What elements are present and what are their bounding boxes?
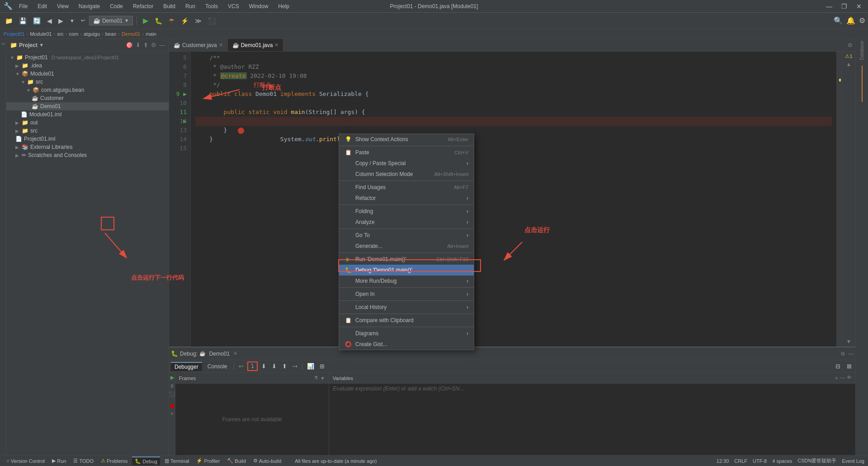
debug-resume-icon[interactable]: ▶ (170, 375, 174, 380)
search-everywhere-icon[interactable]: 🔍 (834, 16, 843, 25)
scroll-up-button[interactable]: ▲ (846, 61, 852, 67)
tree-item-src2[interactable]: ▶ 📁 src (6, 127, 169, 135)
add-watch-icon[interactable]: + (835, 375, 838, 381)
rerun-button[interactable]: ↩ (237, 362, 245, 371)
titlebar-menu-run[interactable]: Run (182, 2, 199, 10)
run-button[interactable]: ▶ (141, 15, 151, 26)
tree-item-customer[interactable]: ☕ Customer (6, 94, 169, 102)
hide-panel-icon[interactable]: — (159, 42, 165, 48)
customer-tab-close[interactable]: ✕ (219, 42, 223, 48)
titlebar-menu-view[interactable]: View (53, 2, 72, 10)
run-to-cursor-button[interactable]: ⤏ (291, 362, 299, 371)
console-tab[interactable]: Console (204, 362, 231, 371)
more-actions-button[interactable]: ≫ (193, 16, 204, 26)
debug-hide-icon[interactable]: — (848, 351, 854, 357)
tree-item-out[interactable]: ▶ 📁 out (6, 119, 169, 127)
coverage-button[interactable]: ☂ (166, 16, 177, 26)
titlebar-menu-tools[interactable]: Tools (202, 2, 222, 10)
toolbar-back-button[interactable]: ◀ (45, 16, 54, 26)
debug-session-close[interactable]: ✕ (233, 351, 237, 357)
event-log-icon[interactable]: Event Log (842, 458, 864, 464)
community-icon[interactable]: CSDN爱答疑助手 (797, 457, 836, 464)
structure-icon[interactable]: S (1, 43, 5, 45)
ctx-copy-paste-special[interactable]: Copy / Paste Special › (339, 158, 474, 169)
restore-layout-icon[interactable]: ⊟ (834, 362, 842, 371)
debug-button[interactable]: 🐛 (152, 16, 165, 26)
version-control-tab[interactable]: ⑂ Version Control (4, 457, 47, 465)
ctx-generate[interactable]: Generate... Alt+Insert (339, 241, 474, 252)
tab-options-button[interactable]: ⚙ (845, 39, 855, 51)
collapse-all-icon[interactable]: ⬆ (143, 42, 148, 48)
locate-icon[interactable]: 🎯 (126, 42, 133, 48)
toolbar-history-button[interactable]: ▼ (67, 17, 77, 25)
tab-customer-java[interactable]: ☕ Customer.java ✕ (169, 39, 228, 51)
ctx-refactor[interactable]: Refactor › (339, 193, 474, 204)
run-tab[interactable]: ▶ Run (49, 457, 69, 465)
ctx-more-run-debug[interactable]: More Run/Debug › (339, 276, 474, 286)
remove-watch-icon[interactable]: — (840, 375, 845, 381)
force-step-into-button[interactable]: ⬇ (270, 362, 278, 371)
settings-icon[interactable]: ⚙ (859, 16, 865, 25)
tree-item-project01[interactable]: ▼ 📁 Project01 D:\workspace_idea1\Project… (6, 53, 169, 62)
profile-button[interactable]: ⚡ (179, 16, 191, 26)
breadcrumb-project01[interactable]: Project01 (4, 31, 24, 37)
ctx-folding[interactable]: Folding › (339, 206, 474, 217)
toolbar-save-button[interactable]: 💾 (17, 16, 29, 26)
settings-project-icon[interactable]: ⚙ (151, 42, 156, 48)
toolbar-run-config[interactable]: ↩ (79, 16, 87, 25)
tab-demo01-java[interactable]: ☕ Demo01.java ✕ (228, 39, 284, 51)
status-crlf[interactable]: CRLF (734, 458, 747, 464)
editor-scrollbar[interactable] (836, 52, 842, 347)
ctx-open-in[interactable]: Open In › (339, 289, 474, 300)
breadcrumb-module01[interactable]: Module01 (30, 31, 52, 37)
notification-icon[interactable]: 🔔 (846, 16, 855, 25)
close-button[interactable]: ✕ (854, 2, 864, 11)
status-indent[interactable]: 4 spaces (772, 458, 792, 464)
profiler-tab[interactable]: ⚡ Profiler (193, 457, 222, 465)
code-content[interactable]: /** * @author RZZ * @create 2022-02-10 1… (191, 52, 836, 347)
toolbar-forward-button[interactable]: ▶ (56, 16, 66, 26)
tree-item-ext-libs[interactable]: ▶ 📚 External Libraries (6, 143, 169, 151)
breadcrumb-demo01[interactable]: Demo01 (122, 31, 141, 37)
build-tab[interactable]: 🔨 Build (224, 457, 248, 465)
titlebar-menu-refactor[interactable]: Refactor (129, 2, 157, 10)
debug-tab-status[interactable]: 🐛 Debug (132, 456, 160, 465)
ctx-analyze[interactable]: Analyze › (339, 217, 474, 228)
frames-actions-icon[interactable]: ▼ (320, 376, 325, 381)
ctx-local-history[interactable]: Local History › (339, 302, 474, 313)
database-icon[interactable]: Database (859, 41, 864, 60)
ctx-paste[interactable]: 📋 Paste Ctrl+V (339, 147, 474, 158)
tree-item-src[interactable]: ▼ 📁 src (6, 78, 169, 86)
tree-item-module01iml[interactable]: 📄 Module01.iml (6, 110, 169, 119)
step-out-button[interactable]: ⬆ (280, 362, 289, 371)
titlebar-menu-vcs[interactable]: VCS (224, 2, 243, 10)
titlebar-menu-build[interactable]: Build (160, 2, 179, 10)
ctx-debug-demo01[interactable]: 🐛 Debug 'Demo01.main()' (339, 265, 474, 276)
ctx-show-context-actions[interactable]: 💡 Show Context Actions Alt+Enter (339, 134, 474, 145)
debug-settings-icon[interactable]: ⚙ (840, 351, 845, 357)
ctx-compare-clipboard[interactable]: 📋 Compare with Clipboard (339, 315, 474, 326)
titlebar-menu-code[interactable]: Code (106, 2, 127, 10)
tree-item-demo01[interactable]: ☕ Demo01 (6, 102, 169, 110)
terminal-tab[interactable]: ▥ Terminal (162, 457, 192, 465)
debugger-tab[interactable]: Debugger (171, 362, 202, 371)
debug-mute-breakpoints-icon[interactable]: ⬤ (170, 404, 175, 408)
breadcrumb-main[interactable]: main (146, 31, 156, 37)
ctx-find-usages[interactable]: Find Usages Alt+F7 (339, 182, 474, 193)
project-dropdown-arrow[interactable]: ▼ (39, 43, 44, 48)
scroll-down-button[interactable]: ▼ (846, 338, 852, 345)
titlebar-menu-window[interactable]: Window (245, 2, 272, 10)
ctx-run-demo01[interactable]: ▶ Run 'Demo01.main()' Ctrl+Shift+F10 (339, 254, 474, 265)
maximize-button[interactable]: ❐ (839, 2, 850, 11)
titlebar-menu-file[interactable]: File (15, 2, 31, 10)
tree-item-idea[interactable]: ▶ 📁 .idea (6, 62, 169, 70)
eye-icon[interactable]: 👁 (847, 375, 852, 381)
minimize-button[interactable]: — (823, 2, 835, 11)
breadcrumb-atguigu[interactable]: atguigu (84, 31, 100, 37)
debug-stop-icon[interactable]: ⬛ (169, 391, 175, 397)
titlebar-menu-edit[interactable]: Edit (34, 2, 51, 10)
step-into-button[interactable]: ⬇ (259, 362, 268, 371)
breadcrumb-bean[interactable]: bean (105, 31, 116, 37)
tree-item-module01[interactable]: ▼ 📦 Module01 (6, 70, 169, 78)
problems-tab[interactable]: ⚠ Problems (98, 457, 130, 465)
